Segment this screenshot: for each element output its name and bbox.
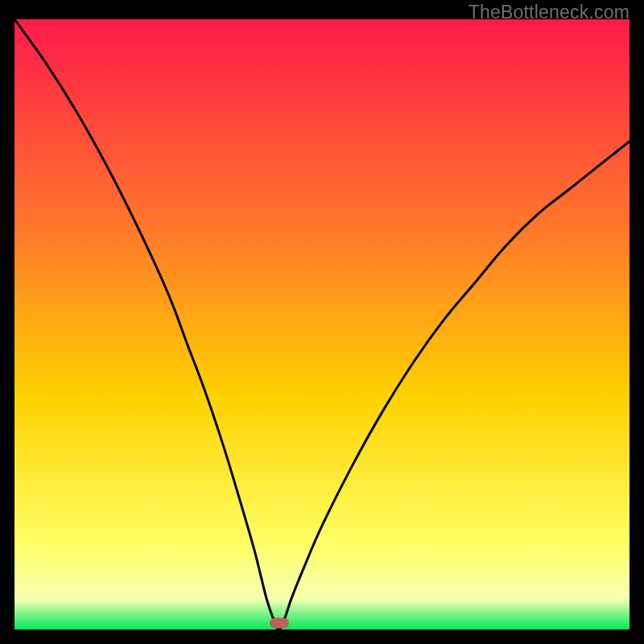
minimum-marker xyxy=(270,618,289,629)
bottleneck-chart xyxy=(14,19,630,630)
gradient-background xyxy=(14,19,630,630)
chart-frame xyxy=(14,19,630,630)
